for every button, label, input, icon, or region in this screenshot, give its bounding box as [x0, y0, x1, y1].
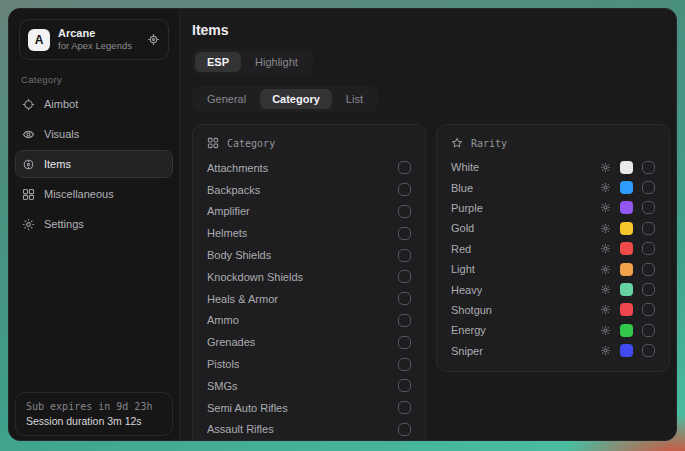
color-swatch-light[interactable]	[620, 263, 633, 276]
color-settings-icon[interactable]	[600, 345, 611, 356]
rarity-row: Purple	[451, 198, 655, 218]
checkbox-amplifier[interactable]	[398, 205, 411, 218]
checkbox-smgs[interactable]	[398, 379, 411, 392]
app-subtitle: for Apex Legends	[58, 40, 139, 52]
category-panel: Category Attachments Backpacks Amplifier…	[192, 124, 426, 441]
category-row: Grenades	[207, 331, 411, 353]
tab-highlight[interactable]: Highlight	[243, 52, 310, 72]
tab-esp[interactable]: ESP	[195, 52, 241, 72]
grid-icon	[22, 188, 35, 201]
checkbox-assault-rifles[interactable]	[398, 423, 411, 436]
tab-category[interactable]: Category	[260, 89, 332, 109]
category-row: Body Shields	[207, 244, 411, 266]
app-name: Arcane	[58, 27, 139, 40]
category-grid-icon	[207, 137, 219, 149]
category-panel-title: Category	[227, 138, 275, 149]
category-row: LMGs	[207, 440, 411, 441]
color-swatch-red[interactable]	[620, 242, 633, 255]
category-row: Ammo	[207, 310, 411, 332]
color-swatch-shotgun[interactable]	[620, 303, 633, 316]
sidebar-item-miscellaneous[interactable]: Miscellaneous	[15, 180, 173, 208]
category-row: Backpacks	[207, 179, 411, 201]
mode-tabs: ESP Highlight	[192, 49, 313, 75]
checkbox-ammo[interactable]	[398, 314, 411, 327]
color-settings-icon[interactable]	[600, 264, 611, 275]
category-row: SMGs	[207, 375, 411, 397]
sidebar-item-aimbot[interactable]: Aimbot	[15, 90, 173, 118]
category-row: Semi Auto Rifles	[207, 397, 411, 419]
color-settings-icon[interactable]	[600, 202, 611, 213]
checkbox-knockdown-shields[interactable]	[398, 270, 411, 283]
sub-expires-text: Sub expires in 9d 23h	[26, 399, 162, 414]
tab-list[interactable]: List	[334, 89, 375, 109]
tab-general[interactable]: General	[195, 89, 258, 109]
color-settings-icon[interactable]	[600, 223, 611, 234]
category-row: Amplifier	[207, 201, 411, 223]
checkbox-semi-auto-rifles[interactable]	[398, 401, 411, 414]
checkbox-helmets[interactable]	[398, 227, 411, 240]
eye-icon	[22, 128, 35, 141]
color-swatch-purple[interactable]	[620, 201, 633, 214]
gear-icon	[22, 218, 35, 231]
checkbox-body-shields[interactable]	[398, 249, 411, 262]
color-settings-icon[interactable]	[600, 304, 611, 315]
checkbox-gold[interactable]	[642, 222, 655, 235]
category-row: Helmets	[207, 222, 411, 244]
rarity-row: Blue	[451, 177, 655, 197]
subscription-info-card: Sub expires in 9d 23h Session duration 3…	[15, 392, 173, 436]
crosshair-icon	[22, 98, 35, 111]
color-swatch-white[interactable]	[620, 161, 633, 174]
color-settings-icon[interactable]	[600, 162, 611, 173]
sidebar-item-visuals[interactable]: Visuals	[15, 120, 173, 148]
sidebar-item-label: Visuals	[44, 128, 79, 140]
sidebar-item-items[interactable]: Items	[15, 150, 173, 178]
checkbox-white[interactable]	[642, 161, 655, 174]
sidebar-item-label: Aimbot	[44, 98, 78, 110]
color-swatch-blue[interactable]	[620, 181, 633, 194]
checkbox-purple[interactable]	[642, 201, 655, 214]
sidebar-item-label: Items	[44, 158, 71, 170]
checkbox-backpacks[interactable]	[398, 183, 411, 196]
checkbox-energy[interactable]	[642, 324, 655, 337]
checkbox-blue[interactable]	[642, 181, 655, 194]
sidebar-item-settings[interactable]: Settings	[15, 210, 173, 238]
session-duration-text: Session duration 3m 12s	[26, 414, 162, 429]
sidebar-item-label: Settings	[44, 218, 84, 230]
loot-box-icon	[22, 158, 35, 171]
checkbox-pistols[interactable]	[398, 358, 411, 371]
checkbox-grenades[interactable]	[398, 336, 411, 349]
color-swatch-gold[interactable]	[620, 222, 633, 235]
color-settings-icon[interactable]	[600, 182, 611, 193]
game-background: A Arcane for Apex Legends Category	[0, 0, 685, 451]
rarity-panel: Rarity White Blue	[436, 124, 670, 372]
view-tabs: General Category List	[192, 86, 378, 112]
rarity-row: Gold	[451, 218, 655, 238]
color-settings-icon[interactable]	[600, 243, 611, 254]
color-swatch-sniper[interactable]	[620, 344, 633, 357]
color-settings-icon[interactable]	[600, 284, 611, 295]
color-swatch-heavy[interactable]	[620, 283, 633, 296]
checkbox-attachments[interactable]	[398, 161, 411, 174]
category-row: Assault Rifles	[207, 419, 411, 441]
category-row: Knockdown Shields	[207, 266, 411, 288]
color-settings-icon[interactable]	[600, 325, 611, 336]
category-row: Pistols	[207, 353, 411, 375]
checkbox-heals-armor[interactable]	[398, 292, 411, 305]
star-icon	[451, 137, 463, 149]
checkbox-shotgun[interactable]	[642, 303, 655, 316]
checkbox-red[interactable]	[642, 242, 655, 255]
app-settings-icon[interactable]	[147, 33, 160, 46]
sidebar-item-label: Miscellaneous	[44, 188, 114, 200]
rarity-row: Red	[451, 239, 655, 259]
rarity-row: Shotgun	[451, 300, 655, 320]
rarity-row: Sniper	[451, 341, 655, 361]
checkbox-heavy[interactable]	[642, 283, 655, 296]
app-logo: A	[28, 29, 50, 51]
checkbox-light[interactable]	[642, 263, 655, 276]
app-header-card: A Arcane for Apex Legends	[19, 19, 169, 60]
color-swatch-energy[interactable]	[620, 324, 633, 337]
checkbox-sniper[interactable]	[642, 344, 655, 357]
rarity-row: Light	[451, 259, 655, 279]
main-content: Items ESP Highlight General Category Lis…	[180, 9, 676, 440]
rarity-row: White	[451, 157, 655, 177]
